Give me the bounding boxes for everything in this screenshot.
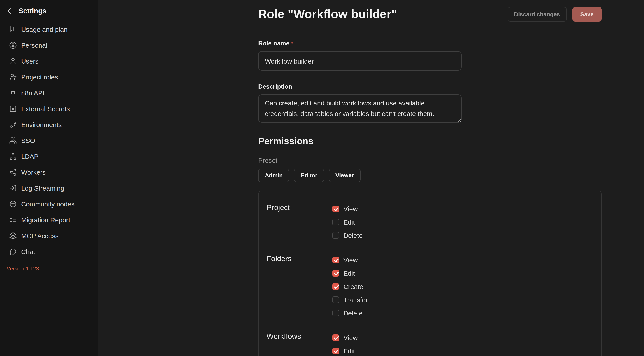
sidebar-header: Settings bbox=[0, 6, 98, 21]
permission-group-project: Project View Edit Delete bbox=[266, 202, 593, 242]
sidebar-item-external-secrets[interactable]: External Secrets bbox=[3, 101, 95, 116]
permission-row[interactable]: Edit bbox=[332, 344, 593, 356]
sidebar-item-project-roles[interactable]: Project roles bbox=[3, 69, 95, 85]
sidebar-item-label: Environments bbox=[21, 121, 62, 128]
git-branch-icon bbox=[9, 121, 17, 128]
layers-icon bbox=[9, 232, 17, 239]
checkbox-label: Delete bbox=[344, 231, 362, 239]
permission-group-name: Workflows bbox=[266, 331, 332, 356]
sidebar-item-label: MCP Access bbox=[21, 232, 59, 239]
chat-bubble-icon bbox=[9, 248, 17, 255]
sidebar-item-mcp-access[interactable]: MCP Access bbox=[3, 228, 95, 244]
checkbox-label: View bbox=[344, 256, 358, 264]
checkbox-label: Edit bbox=[344, 269, 355, 277]
permission-row[interactable]: Transfer bbox=[332, 293, 593, 306]
sidebar-item-label: Community nodes bbox=[21, 200, 74, 208]
checkbox[interactable] bbox=[332, 232, 339, 238]
required-asterisk: * bbox=[291, 40, 293, 47]
sidebar-item-migration-report[interactable]: Migration Report bbox=[3, 212, 95, 228]
permission-row[interactable]: View bbox=[332, 331, 593, 344]
checkbox[interactable] bbox=[332, 334, 339, 341]
permission-row[interactable]: Edit bbox=[332, 215, 593, 229]
permissions-heading: Permissions bbox=[258, 136, 602, 146]
settings-sidebar: Settings Usage and plan Personal Users P… bbox=[0, 0, 98, 356]
checkbox[interactable] bbox=[332, 310, 339, 316]
user-role-icon bbox=[9, 73, 17, 80]
checkbox-label: Edit bbox=[344, 218, 355, 226]
sidebar-item-sso[interactable]: SSO bbox=[3, 132, 95, 148]
sidebar-item-chat[interactable]: Chat bbox=[3, 244, 95, 259]
permission-group-name: Folders bbox=[266, 253, 332, 319]
sidebar-item-label: n8n API bbox=[21, 89, 44, 96]
permission-group-folders: Folders View Edit Create bbox=[266, 253, 593, 319]
sidebar-item-label: Log Streaming bbox=[21, 184, 64, 192]
permission-row[interactable]: Delete bbox=[332, 229, 593, 242]
user-icon bbox=[9, 57, 17, 65]
log-in-icon bbox=[9, 184, 17, 192]
checkbox[interactable] bbox=[332, 296, 339, 303]
list-checks-icon bbox=[9, 216, 17, 223]
permission-row[interactable]: View bbox=[332, 253, 593, 267]
sidebar-item-label: External Secrets bbox=[21, 105, 70, 112]
permission-row[interactable]: View bbox=[332, 202, 593, 215]
preset-admin-button[interactable]: Admin bbox=[258, 169, 289, 182]
package-icon bbox=[9, 200, 17, 208]
role-name-label: Role name* bbox=[258, 40, 602, 47]
permissions-card: Project View Edit Delete bbox=[258, 191, 602, 356]
box-x-icon bbox=[9, 105, 17, 112]
discard-changes-button[interactable]: Discard changes bbox=[508, 7, 566, 22]
preset-editor-button[interactable]: Editor bbox=[294, 169, 324, 182]
sidebar-item-log-streaming[interactable]: Log Streaming bbox=[3, 180, 95, 196]
checkbox[interactable] bbox=[332, 270, 339, 276]
checkbox-label: Delete bbox=[344, 309, 362, 317]
user-circle-icon bbox=[9, 41, 17, 49]
api-plug-icon bbox=[9, 89, 17, 96]
app-window: Settings Usage and plan Personal Users P… bbox=[0, 0, 644, 356]
save-button[interactable]: Save bbox=[572, 7, 602, 22]
permission-row[interactable]: Edit bbox=[332, 267, 593, 280]
sitemap-icon bbox=[9, 152, 17, 160]
sidebar-item-label: Users bbox=[21, 57, 38, 65]
checkbox[interactable] bbox=[332, 283, 339, 290]
permission-row[interactable]: Create bbox=[332, 280, 593, 293]
preset-label: Preset bbox=[258, 157, 602, 164]
sidebar-item-ldap[interactable]: LDAP bbox=[3, 148, 95, 164]
description-textarea[interactable]: Can create, edit and build workflows and… bbox=[258, 94, 462, 123]
sidebar-item-label: Workers bbox=[21, 168, 46, 176]
sidebar-item-environments[interactable]: Environments bbox=[3, 116, 95, 132]
checkbox[interactable] bbox=[332, 205, 339, 212]
sidebar-item-label: Chat bbox=[21, 248, 35, 255]
sidebar-item-label: Personal bbox=[21, 41, 47, 49]
divider bbox=[266, 325, 593, 325]
sidebar-item-users[interactable]: Users bbox=[3, 53, 95, 69]
sidebar-item-workers[interactable]: Workers bbox=[3, 164, 95, 180]
sidebar-menu: Usage and plan Personal Users Project ro… bbox=[0, 21, 98, 259]
preset-viewer-button[interactable]: Viewer bbox=[329, 169, 360, 182]
checkbox-label: View bbox=[344, 205, 358, 212]
sidebar-item-label: Migration Report bbox=[21, 216, 70, 223]
sidebar-item-n8n-api[interactable]: n8n API bbox=[3, 85, 95, 101]
sidebar-item-label: Project roles bbox=[21, 73, 58, 80]
checkbox-label: Create bbox=[344, 283, 363, 290]
permission-group-workflows: Workflows View Edit Create bbox=[266, 331, 593, 356]
divider bbox=[266, 247, 593, 248]
sidebar-item-label: SSO bbox=[21, 137, 35, 144]
sidebar-item-community-nodes[interactable]: Community nodes bbox=[3, 196, 95, 212]
sidebar-item-usage-and-plan[interactable]: Usage and plan bbox=[3, 21, 95, 37]
checkbox[interactable] bbox=[332, 257, 339, 263]
sidebar-item-label: Usage and plan bbox=[21, 25, 68, 33]
role-name-label-text: Role name bbox=[258, 40, 290, 47]
sidebar-item-personal[interactable]: Personal bbox=[3, 37, 95, 53]
checkbox-label: View bbox=[344, 334, 358, 341]
permission-group-name: Project bbox=[266, 202, 332, 242]
version-label: Version 1.123.1 bbox=[0, 266, 98, 272]
permission-row[interactable]: Delete bbox=[332, 306, 593, 319]
back-arrow-icon[interactable] bbox=[6, 7, 14, 15]
chart-icon bbox=[9, 25, 17, 33]
sidebar-item-label: LDAP bbox=[21, 152, 38, 160]
page-header: Role "Workflow builder" Discard changes … bbox=[258, 7, 602, 22]
checkbox[interactable] bbox=[332, 348, 339, 354]
role-name-input[interactable] bbox=[258, 51, 462, 71]
checkbox[interactable] bbox=[332, 219, 339, 225]
checkbox-label: Transfer bbox=[344, 296, 368, 303]
